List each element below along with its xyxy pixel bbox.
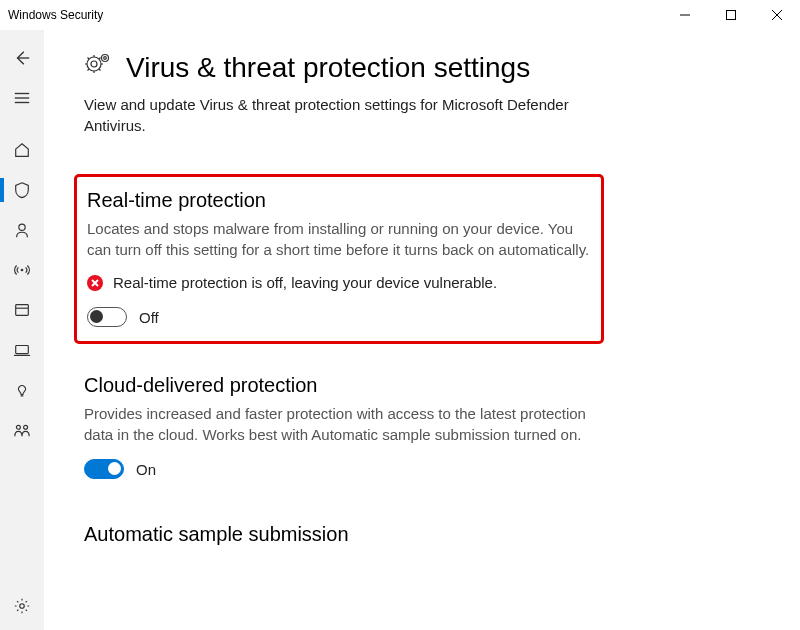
sidebar-item-device-security[interactable]	[0, 330, 44, 370]
svg-point-18	[87, 57, 101, 71]
svg-point-27	[104, 57, 107, 60]
page-title: Virus & threat protection settings	[126, 52, 530, 84]
back-button[interactable]	[0, 38, 44, 78]
sidebar-item-family-options[interactable]	[0, 410, 44, 450]
section-title: Real-time protection	[87, 189, 591, 212]
toggle-row: On	[84, 459, 604, 479]
realtime-protection-toggle[interactable]	[87, 307, 127, 327]
svg-point-16	[20, 604, 25, 609]
svg-point-28	[102, 55, 109, 62]
svg-point-8	[19, 224, 25, 230]
svg-rect-10	[16, 305, 29, 316]
section-title: Cloud-delivered protection	[84, 374, 604, 397]
toggle-label: On	[136, 461, 156, 478]
section-cloud-protection: Cloud-delivered protection Provides incr…	[84, 374, 604, 479]
svg-line-23	[88, 58, 90, 60]
section-description: Provides increased and faster protection…	[84, 403, 604, 445]
gears-icon	[84, 52, 112, 84]
svg-point-15	[24, 425, 28, 429]
svg-line-24	[99, 69, 101, 71]
section-auto-sample-submission: Automatic sample submission	[84, 523, 604, 546]
toggle-row: Off	[87, 307, 591, 327]
minimize-button[interactable]	[662, 0, 708, 30]
sidebar-item-account-protection[interactable]	[0, 210, 44, 250]
warning-row: Real-time protection is off, leaving you…	[87, 274, 591, 291]
cloud-protection-toggle[interactable]	[84, 459, 124, 479]
menu-button[interactable]	[0, 78, 44, 118]
page-header: Virus & threat protection settings	[84, 52, 760, 84]
maximize-button[interactable]	[708, 0, 754, 30]
toggle-label: Off	[139, 309, 159, 326]
section-title: Automatic sample submission	[84, 523, 604, 546]
sidebar-item-home[interactable]	[0, 130, 44, 170]
svg-rect-12	[16, 346, 29, 354]
page-description: View and update Virus & threat protectio…	[84, 94, 604, 136]
svg-line-26	[88, 69, 90, 71]
svg-point-9	[21, 269, 24, 272]
section-realtime-protection: Real-time protection Locates and stops m…	[74, 174, 604, 344]
svg-point-17	[91, 61, 97, 67]
main-content: Virus & threat protection settings View …	[44, 30, 800, 630]
error-icon	[87, 275, 103, 291]
window-controls	[662, 0, 800, 30]
section-description: Locates and stops malware from installin…	[87, 218, 591, 260]
warning-text: Real-time protection is off, leaving you…	[113, 274, 497, 291]
window-title: Windows Security	[8, 8, 662, 22]
sidebar	[0, 30, 44, 630]
svg-line-25	[99, 58, 101, 60]
sidebar-item-device-performance[interactable]	[0, 370, 44, 410]
close-button[interactable]	[754, 0, 800, 30]
svg-point-14	[16, 425, 20, 429]
svg-rect-1	[727, 11, 736, 20]
sidebar-item-settings[interactable]	[0, 586, 44, 626]
sidebar-item-app-browser-control[interactable]	[0, 290, 44, 330]
sidebar-item-firewall[interactable]	[0, 250, 44, 290]
sidebar-item-virus-protection[interactable]	[0, 170, 44, 210]
titlebar: Windows Security	[0, 0, 800, 30]
